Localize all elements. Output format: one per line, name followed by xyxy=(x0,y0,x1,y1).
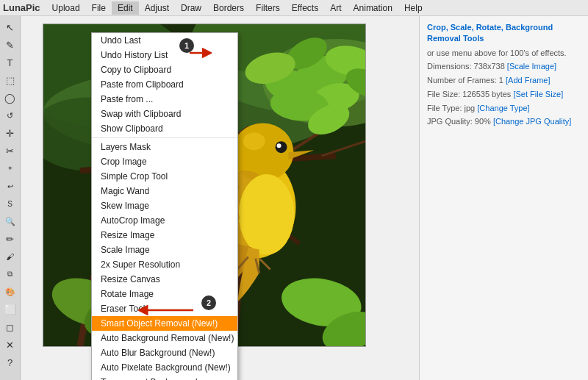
menu-animation[interactable]: Animation xyxy=(348,1,398,15)
divider-1 xyxy=(92,137,237,138)
scale-image-link[interactable]: [Scale Image] xyxy=(507,62,556,71)
info-filesize: File Size: 126535 bytes [Set File Size] xyxy=(427,87,581,101)
workspace: Undo Last Undo History List Copy to Clip… xyxy=(21,16,588,380)
left-toolbar: ↖ ✎ T ⬚ ◯ ↺ ✛ ✂ ⌖ ↩ S 🔍 ✏ 🖌 ⧉ 🎨 ⬜ ◻ ✕ ? xyxy=(0,16,21,380)
menu-copy-clipboard[interactable]: Copy to Clipboard xyxy=(92,62,237,77)
tool-paint[interactable]: 🎨 xyxy=(2,284,18,300)
app-logo: LunaPic xyxy=(3,2,40,13)
menu-effects[interactable]: Effects xyxy=(286,1,324,15)
menu-undo-last[interactable]: Undo Last xyxy=(92,33,237,48)
tool-eraser[interactable]: ⬜ xyxy=(2,301,18,318)
menu-super-res[interactable]: 2x Super Resolution xyxy=(92,257,237,272)
menu-borders[interactable]: Borders xyxy=(207,1,250,15)
set-file-size-link[interactable]: [Set File Size] xyxy=(513,90,563,98)
menu-auto-pixelate-bg[interactable]: Auto Pixelate Background (New!) xyxy=(92,360,237,375)
menu-adjust[interactable]: Adjust xyxy=(139,1,175,15)
menu-smart-object-removal[interactable]: Smart Object Removal (New!) xyxy=(92,316,237,331)
menu-undo-history[interactable]: Undo History List xyxy=(92,48,237,62)
menu-edit[interactable]: Edit xyxy=(112,1,139,15)
tool-clone[interactable]: ⧉ xyxy=(2,266,18,282)
tool-brush[interactable]: 🖌 xyxy=(2,248,18,265)
menu-rotate[interactable]: Rotate Image xyxy=(92,287,237,301)
menu-show-clipboard[interactable]: Show Clipboard xyxy=(92,121,237,136)
menu-autocrop[interactable]: AutoCrop Image xyxy=(92,213,237,228)
menu-filters[interactable]: Filters xyxy=(250,1,286,15)
tool-wand[interactable]: ⌖ xyxy=(2,160,18,176)
menu-crop-image[interactable]: Crop Image xyxy=(92,154,237,169)
svg-point-32 xyxy=(239,174,295,255)
menu-art[interactable]: Art xyxy=(324,1,347,15)
info-filetype: File Type: jpg [Change Type] xyxy=(427,101,581,115)
menu-auto-bg-removal[interactable]: Auto Background Removal (New!) xyxy=(92,331,237,345)
menu-resize-image[interactable]: Resize Image xyxy=(92,228,237,243)
menu-scale-image[interactable]: Scale Image xyxy=(92,243,237,257)
tool-help[interactable]: ? xyxy=(2,354,18,370)
content-area: Undo Last Undo History List Copy to Clip… xyxy=(21,16,419,380)
menu-resize-canvas[interactable]: Resize Canvas xyxy=(92,272,237,287)
menu-skew[interactable]: Skew Image xyxy=(92,198,237,213)
menu-eraser[interactable]: Eraser Tool xyxy=(92,301,237,316)
tool-pen[interactable]: ✏ xyxy=(2,231,18,247)
tool-rotate[interactable]: ↺ xyxy=(2,107,18,123)
tool-text[interactable]: T xyxy=(2,54,18,71)
menu-paste-clipboard[interactable]: Paste from Clipboard xyxy=(92,77,237,92)
svg-point-36 xyxy=(243,132,265,150)
info-frames: Number of Frames: 1 [Add Frame] xyxy=(427,74,581,87)
edit-dropdown: Undo Last Undo History List Copy to Clip… xyxy=(91,32,238,380)
change-type-link[interactable]: [Change Type] xyxy=(477,104,529,112)
menu-auto-blur-bg[interactable]: Auto Blur Background (New!) xyxy=(92,345,237,360)
tool-rect[interactable]: ⬚ xyxy=(2,72,18,88)
svg-point-30 xyxy=(277,143,282,148)
menu-transparent-bg[interactable]: Transparent Background xyxy=(92,375,237,380)
tool-crosshair[interactable]: ✛ xyxy=(2,125,18,141)
menu-help[interactable]: Help xyxy=(398,1,429,15)
menu-draw[interactable]: Draw xyxy=(175,1,207,15)
info-dimensions: Dimensions: 738x738 [Scale Image] xyxy=(427,60,581,74)
tool-skew[interactable]: S xyxy=(2,196,18,212)
tool-circle[interactable]: ◯ xyxy=(2,90,18,106)
tool-pencil[interactable]: ✎ xyxy=(2,37,18,53)
main-layout: ↖ ✎ T ⬚ ◯ ↺ ✛ ✂ ⌖ ↩ S 🔍 ✏ 🖌 ⧉ 🎨 ⬜ ◻ ✕ ? xyxy=(0,16,588,380)
menu-upload[interactable]: Upload xyxy=(46,1,86,15)
menu-magic-wand[interactable]: Magic Wand xyxy=(92,184,237,198)
svg-point-29 xyxy=(276,141,287,153)
menu-layers-mask[interactable]: Layers Mask xyxy=(92,140,237,154)
menu-paste-from[interactable]: Paste from ... xyxy=(92,92,237,107)
right-panel: Crop, Scale, Rotate, Background Removal … xyxy=(419,16,588,380)
add-frame-link[interactable]: [Add Frame] xyxy=(506,76,551,85)
tool-box[interactable]: ◻ xyxy=(2,319,18,335)
info-subtitle: or use menu above for 100's of effects. xyxy=(427,46,581,60)
change-quality-link[interactable]: [Change JPG Quality] xyxy=(493,117,571,126)
menu-simple-crop[interactable]: Simple Crop Tool xyxy=(92,169,237,184)
info-title: Crop, Scale, Rotate, Background Removal … xyxy=(427,22,581,45)
tool-select[interactable]: ↖ xyxy=(2,19,18,35)
menu-bar: LunaPic Upload File Edit Adjust Draw Bor… xyxy=(0,0,588,16)
tool-scissors[interactable]: ✂ xyxy=(2,143,18,159)
tool-cross[interactable]: ✕ xyxy=(2,337,18,353)
menu-file[interactable]: File xyxy=(86,1,112,15)
info-quality: JPG Quality: 90% [Change JPG Quality] xyxy=(427,115,581,129)
tool-zoom[interactable]: 🔍 xyxy=(2,213,18,229)
menu-swap-clipboard[interactable]: Swap with Clipboard xyxy=(92,107,237,121)
tool-undo[interactable]: ↩ xyxy=(2,178,18,194)
